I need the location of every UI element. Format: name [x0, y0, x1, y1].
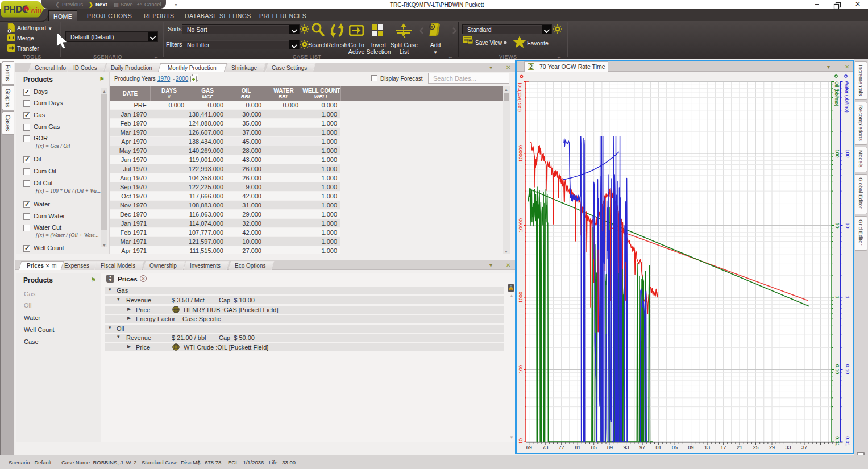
svg-text:PHD: PHD	[3, 5, 22, 14]
svg-text:100: 100	[518, 365, 524, 373]
svg-text:21: 21	[737, 445, 742, 450]
svg-text:85: 85	[591, 445, 597, 450]
svg-text:10: 10	[518, 438, 524, 444]
svg-text:1: 1	[845, 296, 850, 298]
svg-text:05: 05	[672, 445, 678, 450]
svg-text:1000: 1000	[518, 292, 524, 303]
svg-text:81: 81	[575, 445, 580, 450]
svg-text:77: 77	[559, 445, 564, 450]
svg-text:69: 69	[526, 445, 532, 450]
svg-text:89: 89	[607, 445, 613, 450]
svg-text:17: 17	[721, 445, 726, 450]
svg-text:73: 73	[542, 445, 548, 450]
svg-text:1: 1	[834, 296, 840, 298]
svg-text:10: 10	[834, 222, 840, 228]
svg-text:0.01: 0.01	[845, 436, 850, 446]
svg-text:100: 100	[834, 149, 840, 157]
svg-text:33: 33	[785, 445, 791, 450]
svg-text:Oil (bbl/mo): Oil (bbl/mo)	[834, 81, 840, 106]
svg-text:win: win	[30, 6, 42, 14]
svg-text:10: 10	[845, 222, 850, 228]
svg-text:37: 37	[801, 445, 807, 450]
svg-text:0.10: 0.10	[834, 364, 840, 375]
svg-text:0.10: 0.10	[845, 364, 850, 375]
svg-text:25: 25	[753, 445, 758, 450]
svg-text:100000: 100000	[518, 145, 524, 162]
svg-text:13: 13	[704, 445, 710, 450]
svg-text:29: 29	[769, 445, 775, 450]
svg-text:Gas (Mcf/mo): Gas (Mcf/mo)	[517, 82, 522, 112]
svg-text:100: 100	[845, 149, 850, 157]
svg-text:09: 09	[688, 445, 694, 450]
svg-text:97: 97	[639, 445, 645, 450]
svg-text:93: 93	[624, 445, 629, 450]
svg-text:Water (bbl/mo): Water (bbl/mo)	[844, 81, 850, 113]
svg-text:01: 01	[656, 445, 662, 450]
svg-text:0.01: 0.01	[834, 436, 840, 446]
svg-text:10000: 10000	[518, 218, 524, 233]
